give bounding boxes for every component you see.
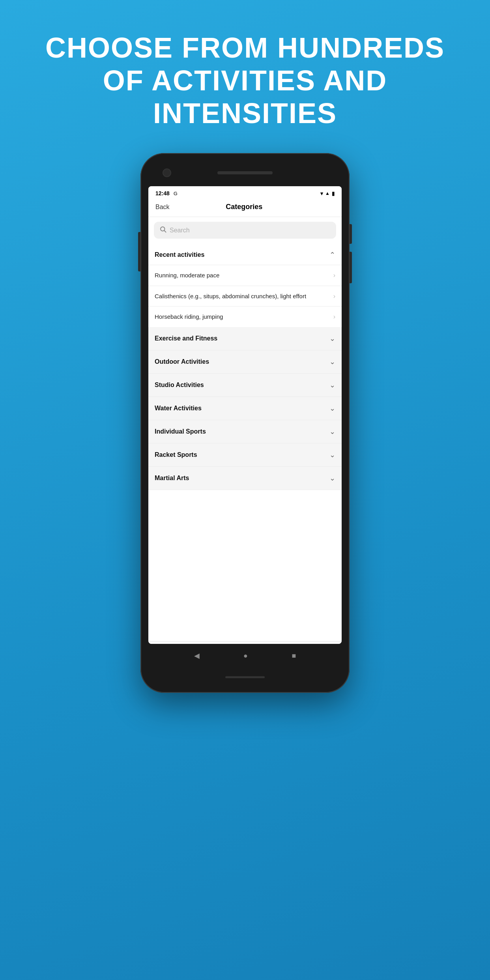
activity-text-3: Horseback riding, jumping xyxy=(155,313,333,321)
category-individual-sports[interactable]: Individual Sports ⌄ xyxy=(148,420,342,443)
search-bar[interactable]: Search xyxy=(154,222,336,239)
phone-camera xyxy=(163,168,171,177)
chevron-down-icon-2: ⌄ xyxy=(329,381,335,389)
category-label-exercise: Exercise and Fitness xyxy=(155,335,217,342)
bottom-nav: Review Add Goals xyxy=(148,641,342,644)
category-label-water: Water Activities xyxy=(155,405,202,412)
activity-chevron-icon-2: › xyxy=(333,293,335,300)
phone-screen: 12:48 G ▾ ▲ ▮ Back Categories Search xyxy=(148,186,342,644)
category-racket-sports[interactable]: Racket Sports ⌄ xyxy=(148,443,342,467)
screen-content[interactable]: Recent activities ⌃ Running, moderate pa… xyxy=(148,243,342,641)
recent-activities-header[interactable]: Recent activities ⌃ xyxy=(148,243,342,265)
activity-item-2[interactable]: Calisthenics (e.g., situps, abdominal cr… xyxy=(148,286,342,307)
android-home-icon[interactable]: ● xyxy=(243,652,248,660)
category-label-outdoor: Outdoor Activities xyxy=(155,358,209,365)
back-button[interactable]: Back xyxy=(155,204,170,211)
activity-item-3[interactable]: Horseback riding, jumping › xyxy=(148,306,342,327)
activity-chevron-icon-1: › xyxy=(333,272,335,279)
phone-bottom-bar xyxy=(148,669,342,685)
search-icon xyxy=(159,226,166,235)
status-bar: 12:48 G ▾ ▲ ▮ xyxy=(148,186,342,199)
category-water-activities[interactable]: Water Activities ⌄ xyxy=(148,397,342,420)
status-time: 12:48 xyxy=(155,190,170,196)
category-label-individual: Individual Sports xyxy=(155,428,206,435)
category-exercise-fitness[interactable]: Exercise and Fitness ⌄ xyxy=(148,327,342,350)
chevron-down-icon-4: ⌄ xyxy=(329,427,335,436)
android-bottom-bar: ◀ ● ■ xyxy=(148,644,342,668)
chevron-down-icon-6: ⌄ xyxy=(329,474,335,483)
category-label-racket: Racket Sports xyxy=(155,451,197,458)
chevron-down-icon-5: ⌄ xyxy=(329,451,335,459)
phone-speaker xyxy=(217,171,273,174)
svg-line-1 xyxy=(164,231,166,232)
nav-header: Back Categories xyxy=(148,199,342,217)
wifi-icon: ▾ xyxy=(320,191,323,196)
android-recents-icon[interactable]: ■ xyxy=(292,652,296,660)
phone-shell: 12:48 G ▾ ▲ ▮ Back Categories Search xyxy=(140,153,350,693)
category-martial-arts[interactable]: Martial Arts ⌄ xyxy=(148,467,342,490)
android-back-icon[interactable]: ◀ xyxy=(194,651,200,660)
recent-activities-title: Recent activities xyxy=(155,251,204,258)
category-label-martial: Martial Arts xyxy=(155,475,189,482)
activity-text-2: Calisthenics (e.g., situps, abdominal cr… xyxy=(155,292,333,300)
search-placeholder: Search xyxy=(170,227,190,234)
chevron-down-icon-3: ⌄ xyxy=(329,404,335,413)
category-studio-activities[interactable]: Studio Activities ⌄ xyxy=(148,374,342,397)
signal-bars-icon: ▲ xyxy=(325,191,330,196)
activity-chevron-icon-3: › xyxy=(333,313,335,320)
phone-top-bar xyxy=(148,161,342,185)
status-carrier: G xyxy=(174,191,178,196)
category-outdoor-activities[interactable]: Outdoor Activities ⌄ xyxy=(148,350,342,374)
chevron-down-icon-1: ⌄ xyxy=(329,357,335,366)
battery-icon: ▮ xyxy=(332,191,335,196)
activity-text-1: Running, moderate pace xyxy=(155,271,333,279)
recent-chevron-up-icon: ⌃ xyxy=(329,251,335,259)
headline: CHOOSE FROM HUNDREDS OF ACTIVITIES AND I… xyxy=(14,0,476,153)
status-icons: ▾ ▲ ▮ xyxy=(320,191,335,196)
activity-item-1[interactable]: Running, moderate pace › xyxy=(148,265,342,286)
category-label-studio: Studio Activities xyxy=(155,382,204,389)
page-title: Categories xyxy=(226,203,262,211)
chevron-down-icon-0: ⌄ xyxy=(329,334,335,343)
phone-chin-bar xyxy=(225,676,265,678)
